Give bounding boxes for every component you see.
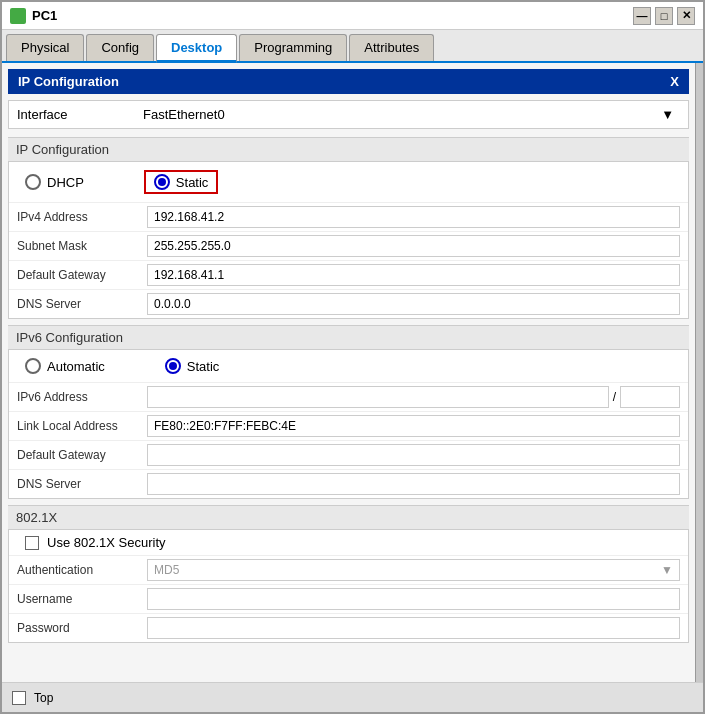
dhcp-label: DHCP: [47, 175, 84, 190]
static-label: Static: [176, 175, 209, 190]
interface-label: Interface: [17, 107, 137, 122]
static-radio-circle: [154, 174, 170, 190]
minimize-button[interactable]: —: [633, 7, 651, 25]
gateway-row: Default Gateway: [9, 260, 688, 289]
title-bar-left: PC1: [10, 8, 57, 24]
dot1x-form: Use 802.1X Security Authentication MD5 ▼…: [8, 529, 689, 643]
auth-value: MD5: [154, 563, 179, 577]
password-input[interactable]: [147, 617, 680, 639]
static-radio-box: Static: [144, 170, 219, 194]
gateway-input[interactable]: [147, 264, 680, 286]
ipv4-row: IPv4 Address: [9, 202, 688, 231]
ipv6-address-label: IPv6 Address: [17, 390, 147, 404]
ipv6-mode-radio-row: Automatic Static: [9, 350, 688, 382]
ipv6-static-label: Static: [187, 359, 220, 374]
dot1x-checkbox[interactable]: [25, 536, 39, 550]
tab-config[interactable]: Config: [86, 34, 154, 61]
ipv6-automatic-label: Automatic: [47, 359, 105, 374]
dns-row: DNS Server: [9, 289, 688, 318]
link-local-label: Link Local Address: [17, 419, 147, 433]
ipv6-address-input[interactable]: [147, 386, 609, 408]
dhcp-radio-circle: [25, 174, 41, 190]
auth-select[interactable]: MD5 ▼: [147, 559, 680, 581]
tab-bar: Physical Config Desktop Programming Attr…: [2, 30, 703, 63]
scrollbar[interactable]: [695, 63, 703, 682]
ipv6-dns-input[interactable]: [147, 473, 680, 495]
ipv6-gateway-row: Default Gateway: [9, 440, 688, 469]
ipv6-slash: /: [613, 390, 616, 404]
ipv6-address-inputs: /: [147, 386, 680, 408]
static-radio[interactable]: Static: [144, 170, 219, 194]
tab-attributes[interactable]: Attributes: [349, 34, 434, 61]
maximize-button[interactable]: □: [655, 7, 673, 25]
link-local-input[interactable]: [147, 415, 680, 437]
dot1x-checkbox-label: Use 802.1X Security: [47, 535, 166, 550]
dns-input[interactable]: [147, 293, 680, 315]
auth-dropdown-icon: ▼: [661, 563, 673, 577]
tab-programming[interactable]: Programming: [239, 34, 347, 61]
ipv6-gateway-input[interactable]: [147, 444, 680, 466]
panel-title: IP Configuration: [18, 74, 119, 89]
interface-value: FastEthernet0: [143, 107, 225, 122]
interface-select[interactable]: FastEthernet0 ▼: [137, 105, 680, 124]
interface-row: Interface FastEthernet0 ▼: [8, 100, 689, 129]
interface-dropdown-icon: ▼: [661, 107, 674, 122]
subnet-input[interactable]: [147, 235, 680, 257]
subnet-label: Subnet Mask: [17, 239, 147, 253]
panel-header: IP Configuration X: [8, 69, 689, 94]
auth-row: Authentication MD5 ▼: [9, 555, 688, 584]
desktop-content: IP Configuration X Interface FastEtherne…: [2, 63, 695, 682]
ipv6-config-section-label: IPv6 Configuration: [8, 325, 689, 349]
window-title: PC1: [32, 8, 57, 23]
ipv6-address-row: IPv6 Address /: [9, 382, 688, 411]
ipv6-config-form: Automatic Static IPv6 Address /: [8, 349, 689, 499]
dot1x-checkbox-row: Use 802.1X Security: [9, 530, 688, 555]
app-icon: [10, 8, 26, 24]
ipv6-dns-row: DNS Server: [9, 469, 688, 498]
ipv6-dns-label: DNS Server: [17, 477, 147, 491]
ipv6-automatic-radio-circle: [25, 358, 41, 374]
subnet-row: Subnet Mask: [9, 231, 688, 260]
dot1x-section-label: 802.1X: [8, 505, 689, 529]
panel-close-button[interactable]: X: [670, 74, 679, 89]
ipv4-input[interactable]: [147, 206, 680, 228]
ip-config-section-label: IP Configuration: [8, 137, 689, 161]
tab-desktop[interactable]: Desktop: [156, 34, 237, 63]
auth-label: Authentication: [17, 563, 147, 577]
link-local-row: Link Local Address: [9, 411, 688, 440]
username-label: Username: [17, 592, 147, 606]
close-window-button[interactable]: ✕: [677, 7, 695, 25]
ip-mode-radio-row: DHCP Static: [9, 162, 688, 202]
top-checkbox[interactable]: [12, 691, 26, 705]
username-row: Username: [9, 584, 688, 613]
tab-physical[interactable]: Physical: [6, 34, 84, 61]
main-window: PC1 — □ ✕ Physical Config Desktop Progra…: [0, 0, 705, 714]
dhcp-radio[interactable]: DHCP: [25, 174, 84, 190]
ip-config-form: DHCP Static IPv4 Address: [8, 161, 689, 319]
ipv6-prefix-input[interactable]: [620, 386, 680, 408]
title-bar: PC1 — □ ✕: [2, 2, 703, 30]
ipv6-static-radio-circle: [165, 358, 181, 374]
bottom-bar: Top: [2, 682, 703, 712]
top-checkbox-label: Top: [34, 691, 53, 705]
password-row: Password: [9, 613, 688, 642]
title-controls: — □ ✕: [633, 7, 695, 25]
dns-label: DNS Server: [17, 297, 147, 311]
ipv4-label: IPv4 Address: [17, 210, 147, 224]
ipv6-automatic-radio[interactable]: Automatic: [25, 358, 105, 374]
gateway-label: Default Gateway: [17, 268, 147, 282]
username-input[interactable]: [147, 588, 680, 610]
password-label: Password: [17, 621, 147, 635]
ipv6-static-radio[interactable]: Static: [165, 358, 220, 374]
ipv6-gateway-label: Default Gateway: [17, 448, 147, 462]
